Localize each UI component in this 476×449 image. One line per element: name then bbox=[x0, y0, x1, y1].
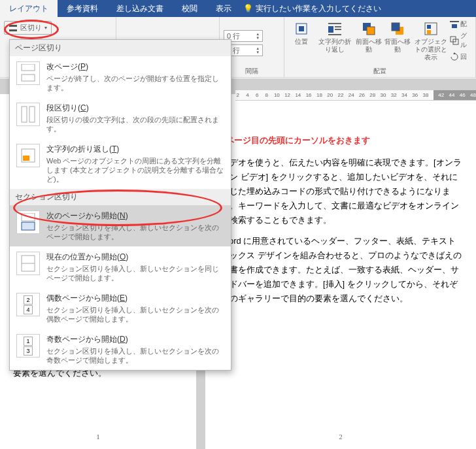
align-label: 配 bbox=[460, 20, 467, 29]
align-button[interactable]: 配 bbox=[450, 20, 473, 29]
svg-rect-22 bbox=[22, 75, 35, 81]
tell-me-placeholder: 実行したい作業を入力してください bbox=[256, 3, 381, 14]
arrange-group-label: 配置 bbox=[284, 67, 475, 76]
svg-rect-28 bbox=[22, 222, 35, 230]
position-label: 位置 bbox=[295, 38, 308, 46]
menu-item-next-page[interactable]: 次のページから開始(N) セクション区切りを挿入し、新しいセクションを次のページ… bbox=[10, 205, 231, 246]
svg-rect-17 bbox=[452, 24, 457, 28]
body-text: ビデオを使うと、伝えたい内容を明確に表現できます。[オンライン ビデオ] をクリ… bbox=[221, 156, 466, 227]
svg-rect-14 bbox=[427, 25, 431, 29]
spinner-icon[interactable]: ▲▼ bbox=[256, 46, 260, 54]
dropdown-header-page-breaks: ページ区切り bbox=[10, 40, 231, 56]
text-wrapping-icon bbox=[16, 144, 40, 167]
odd-page-icon: 13 bbox=[16, 334, 40, 358]
menu-item-title: 段区切り(C) bbox=[46, 103, 224, 114]
menu-item-odd-page[interactable]: 13 奇数ページから開始(D) セクション区切りを挿入し、新しいセクションを次の… bbox=[10, 329, 231, 370]
forward-icon bbox=[361, 21, 377, 37]
svg-rect-7 bbox=[335, 29, 341, 30]
send-backward-button[interactable]: 背面へ移動 bbox=[383, 18, 412, 68]
svg-rect-23 bbox=[22, 107, 27, 122]
svg-rect-12 bbox=[392, 23, 400, 31]
rotate-label: 回 bbox=[460, 52, 467, 61]
menu-item-column-break[interactable]: 段区切り(C) 段区切りの後の文字列は、次の段の先頭に配置されます。 bbox=[10, 97, 231, 139]
group-button[interactable]: グル bbox=[450, 31, 473, 50]
body-text: Word に用意されているヘッダー、フッター、表紙、テキスト ボックス デザイン… bbox=[221, 234, 466, 306]
forward-label: 前面へ移動 bbox=[354, 38, 382, 54]
tab-references[interactable]: 参考資料 bbox=[58, 0, 107, 17]
menu-item-title: 次のページから開始(N) bbox=[46, 210, 224, 222]
page-number: 1 bbox=[96, 429, 100, 444]
menu-item-desc: ページが終了し、次のページが開始する位置を指定します。 bbox=[46, 74, 224, 92]
annotation-text: 2ページ目の先頭にカーソルをおきます bbox=[221, 133, 466, 148]
tab-review[interactable]: 校閲 bbox=[173, 0, 207, 17]
svg-rect-15 bbox=[427, 30, 431, 34]
dropdown-caret-icon: ▾ bbox=[44, 25, 47, 31]
menu-item-desc: セクション区切りを挿入し、新しいセクションを同じページで開始します。 bbox=[46, 264, 224, 282]
menu-item-title: 奇数ページから開始(D) bbox=[46, 334, 224, 345]
selection-pane-icon bbox=[423, 21, 439, 37]
position-button[interactable]: 位置 bbox=[287, 18, 316, 68]
svg-rect-27 bbox=[22, 213, 35, 221]
horizontal-ruler[interactable]: 2468101214161820222426283032343638424446… bbox=[235, 90, 476, 101]
menu-item-title: 偶数ページから開始(E) bbox=[46, 293, 224, 304]
rotate-button[interactable]: 回 bbox=[450, 52, 473, 61]
svg-rect-0 bbox=[9, 25, 17, 27]
breaks-dropdown-menu: ページ区切り 改ページ(P) ページが終了し、次のページが開始する位置を指定しま… bbox=[9, 39, 231, 371]
svg-rect-21 bbox=[22, 64, 35, 71]
menu-item-desc: 段区切りの後の文字列は、次の段の先頭に配置されます。 bbox=[46, 115, 224, 133]
bring-forward-button[interactable]: 前面へ移動 bbox=[354, 18, 382, 68]
menu-item-even-page[interactable]: 24 偶数ページから開始(E) セクション区切りを挿入し、新しいセクションを次の… bbox=[10, 288, 231, 329]
backward-icon bbox=[390, 21, 405, 37]
even-page-icon: 24 bbox=[16, 293, 40, 316]
dropdown-header-section-breaks: セクション区切り bbox=[10, 189, 231, 205]
lightbulb-icon: 💡 bbox=[243, 4, 253, 13]
page-number: 2 bbox=[339, 429, 343, 444]
svg-rect-26 bbox=[23, 156, 29, 161]
tab-layout[interactable]: レイアウト bbox=[0, 0, 58, 17]
svg-rect-16 bbox=[450, 21, 459, 22]
spinner-icon[interactable]: ▲▼ bbox=[256, 32, 260, 40]
menu-item-title: 文字列の折り返し(T) bbox=[46, 144, 224, 155]
menu-item-title: 現在の位置から開始(O) bbox=[46, 252, 224, 263]
tab-mailings[interactable]: 差し込み文書 bbox=[107, 0, 173, 17]
ribbon-tab-strip: レイアウト 参考資料 差し込み文書 校閲 表示 💡 実行したい作業を入力してくだ… bbox=[0, 0, 476, 17]
svg-rect-24 bbox=[29, 107, 35, 122]
backward-label: 背面へ移動 bbox=[383, 38, 412, 54]
breaks-button-label: 区切り bbox=[20, 23, 42, 33]
svg-rect-8 bbox=[328, 34, 341, 35]
rotate-icon bbox=[450, 52, 459, 61]
tab-view[interactable]: 表示 bbox=[207, 0, 241, 17]
menu-item-desc: セクション区切りを挿入し、新しいセクションを次の偶数ページで開始します。 bbox=[46, 305, 224, 324]
svg-rect-4 bbox=[328, 23, 341, 24]
menu-item-text-wrapping[interactable]: 文字列の折り返し(T) Web ページのオブジェクトの周囲にある文字列を分離しま… bbox=[10, 139, 231, 189]
tell-me-search[interactable]: 💡 実行したい作業を入力してください bbox=[243, 0, 381, 17]
breaks-icon bbox=[8, 24, 18, 33]
wrap-icon bbox=[327, 21, 343, 37]
selection-pane-button[interactable]: オブジェクトの選択と表示 bbox=[412, 18, 450, 68]
selection-pane-label: オブジェクトの選択と表示 bbox=[412, 38, 450, 61]
text-wrap-button[interactable]: 文字列の折り返し bbox=[316, 18, 354, 68]
svg-rect-1 bbox=[9, 29, 17, 31]
svg-rect-6 bbox=[335, 26, 341, 27]
next-page-icon bbox=[16, 210, 40, 234]
continuous-icon bbox=[16, 252, 40, 275]
svg-rect-5 bbox=[328, 26, 333, 33]
position-icon bbox=[294, 21, 309, 37]
menu-item-desc: Web ページのオブジェクトの周囲にある文字列を分離します (本文とオブジェクト… bbox=[46, 156, 224, 184]
svg-marker-20 bbox=[453, 52, 456, 54]
menu-item-desc: セクション区切りを挿入し、新しいセクションを次のページで開始します。 bbox=[46, 223, 224, 241]
page-2[interactable]: 2ページ目の先頭にカーソルをおきます ビデオを使うと、伝えたい内容を明確に表現で… bbox=[205, 94, 476, 449]
svg-rect-3 bbox=[299, 26, 304, 31]
column-break-icon bbox=[16, 103, 40, 126]
menu-item-continuous[interactable]: 現在の位置から開始(O) セクション区切りを挿入し、新しいセクションを同じページ… bbox=[10, 246, 231, 288]
align-icon bbox=[450, 20, 459, 29]
wrap-label: 文字列の折り返し bbox=[316, 38, 354, 54]
menu-item-page-break[interactable]: 改ページ(P) ページが終了し、次のページが開始する位置を指定します。 bbox=[10, 56, 231, 97]
group-label: グル bbox=[460, 31, 473, 50]
breaks-dropdown-button[interactable]: 区切り ▾ bbox=[4, 21, 52, 35]
group-icon bbox=[450, 36, 459, 45]
menu-item-title: 改ページ(P) bbox=[46, 61, 224, 73]
svg-rect-10 bbox=[367, 27, 375, 35]
page-break-icon bbox=[16, 61, 40, 85]
menu-item-desc: セクション区切りを挿入し、新しいセクションを次の奇数ページで開始します。 bbox=[46, 346, 224, 365]
